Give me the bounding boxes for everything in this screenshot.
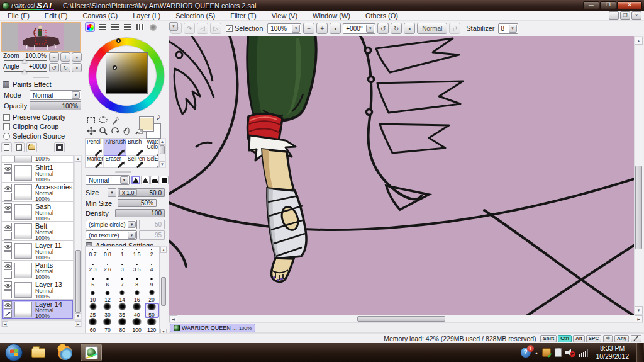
rotate-cw-button[interactable]: ↻ [391,23,402,34]
scroll-right-arrow[interactable]: ▶ [635,315,643,322]
chevron-down-icon[interactable]: ▼ [128,232,136,239]
size-multiplier[interactable]: x 1.0 [119,189,137,196]
chevron-down-icon[interactable]: ▼ [509,25,517,33]
menu-item-others[interactable]: Others (O) [358,12,406,20]
clipboard-tray-icon[interactable] [555,348,562,357]
action-center-icon[interactable]: ?! [521,348,531,358]
show-desktop-button[interactable] [636,343,643,362]
canvas-hscrollbar[interactable]: ◀ ▶ [169,315,643,323]
chevron-down-icon[interactable]: ▼ [120,176,128,184]
canvas-viewport[interactable] [169,36,634,315]
chevron-down-icon[interactable]: ▼ [292,25,300,33]
navigator-preview[interactable] [1,22,80,52]
brush-size-50[interactable]: 50 [145,303,159,318]
layer-row[interactable]: Layer 13Normal100% [2,280,73,300]
brush-size-0.7[interactable]: 0.7 [86,246,100,257]
saturation-value-square[interactable] [106,52,148,94]
canvas-artwork[interactable] [169,36,634,315]
brush-size-20[interactable]: 20 [145,288,159,303]
brush-size-40[interactable]: 40 [130,303,144,318]
layer-link-toggle[interactable] [4,310,12,318]
nav-rotate-cw-button[interactable]: ↻ [60,63,70,72]
menu-item-file[interactable]: File (F) [0,12,37,20]
size-scrollbar-thumb[interactable] [161,277,166,306]
transparent-color-swatch[interactable] [138,129,143,134]
brush-size-3.5[interactable]: 3.5 [130,257,144,273]
brush-shape-triangle[interactable] [131,176,140,184]
magic-wand-tool[interactable] [109,115,120,125]
sv-selector-dot[interactable] [113,65,117,70]
paints-effect-expand-button[interactable]: + [3,81,9,88]
selection-checkbox[interactable]: ✓ [226,25,233,32]
layer-link-toggle[interactable] [4,173,12,181]
layer-row[interactable]: Layer 11Normal100% [2,241,73,261]
flip-view-button[interactable]: ⇄ [449,23,460,34]
minimize-button[interactable]: — [583,1,599,9]
start-button[interactable] [5,344,23,361]
layer-mode-combo[interactable]: Normal▼ [30,90,81,100]
layer-row[interactable]: SashNormal100% [2,202,73,222]
doc-minimize-button[interactable]: – [609,11,619,20]
nav-zoom-out-button[interactable]: − [49,52,59,62]
brush-blend-combo[interactable]: Normal▼ [86,175,130,185]
zoom-reset-button[interactable]: ▪ [330,23,341,34]
scroll-up-arrow[interactable]: ▲ [160,247,167,253]
clipping-group-checkbox[interactable] [3,123,10,130]
layer-visibility-toggle[interactable] [4,223,12,231]
layer-link-toggle[interactable] [4,271,12,279]
brush-edge-combo[interactable]: (simple circle)▼ [86,220,137,229]
brush-size-35[interactable]: 35 [115,303,130,318]
brush-size-9[interactable]: 9 [145,273,159,288]
layer-row-partial[interactable]: 100% [2,156,73,163]
menu-item-view[interactable]: View (V) [264,12,305,20]
tool-pencil[interactable]: Pencil [86,139,104,156]
brush-size-0.8[interactable]: 0.8 [100,246,114,257]
tool-airbrush[interactable]: AirBrush [104,139,126,156]
brush-size-100[interactable]: 100 [130,318,144,333]
deselect-button[interactable]: ◁ [197,23,208,34]
min-size-slider[interactable]: 50% [118,199,157,207]
color-wheel-tab[interactable] [85,22,95,32]
rotate-reset-button[interactable]: ▪ [404,23,415,34]
taskbar-painttool-sai[interactable] [80,344,102,361]
network-signal-icon[interactable] [579,349,588,357]
scroll-left-arrow[interactable]: ◀ [2,321,8,327]
brush-size-70[interactable]: 70 [100,318,114,333]
layer-scrollbar-thumb[interactable] [75,250,80,313]
brush-size-4[interactable]: 4 [145,257,159,273]
color-mixer-tab[interactable] [123,22,133,32]
layer-row[interactable]: BeltNormal100% [2,222,73,241]
layer-visibility-toggle[interactable] [4,281,12,290]
canvas-hscroll-thumb[interactable] [357,316,445,322]
menu-item-layer[interactable]: Layer (L) [125,12,168,20]
nav-rotate-ccw-button[interactable]: ↺ [49,63,59,72]
brush-size-2.3[interactable]: 2.3 [86,257,100,273]
layer-thumbnail[interactable] [14,282,32,298]
color-wheel[interactable] [88,37,165,114]
brush-size-slider[interactable]: x 1.0 50.0 [118,188,165,197]
brush-size-2.6[interactable]: 2.6 [100,257,114,273]
rgb-slider-tab[interactable] [97,22,108,32]
brush-size-80[interactable]: 80 [115,318,130,333]
redo-button[interactable]: ↷ [184,23,195,34]
move-tool[interactable] [86,126,96,136]
scroll-down-arrow[interactable]: ▼ [159,161,165,167]
hsv-slider-tab[interactable] [110,22,120,32]
layer-visibility-toggle[interactable] [4,203,12,212]
rotate-ccw-button[interactable]: ↺ [377,23,389,34]
layer-thumbnail[interactable] [14,302,32,317]
layer-link-toggle[interactable] [4,193,12,201]
layer-visibility-toggle[interactable] [4,184,12,192]
reselect-button[interactable]: ▷ [210,23,221,34]
tool-selpen[interactable]: SelPen [126,156,145,167]
scroll-down-arrow[interactable]: ▼ [635,306,643,314]
layer-link-toggle[interactable] [4,212,12,220]
menu-item-filter[interactable]: Filter (T) [223,12,264,20]
selection-source-radio[interactable] [3,133,10,140]
tool-marker[interactable]: Marker [86,156,104,167]
brush-size-14[interactable]: 14 [115,288,130,303]
title-bar[interactable]: PaintTool SAI C:\Users\Slone\Pictures\My… [0,0,644,11]
layer-list-scrollbar[interactable]: ▲ ▼ [74,155,82,320]
panel-divider[interactable] [33,77,49,78]
rotate-canvas-tool[interactable] [109,126,120,136]
